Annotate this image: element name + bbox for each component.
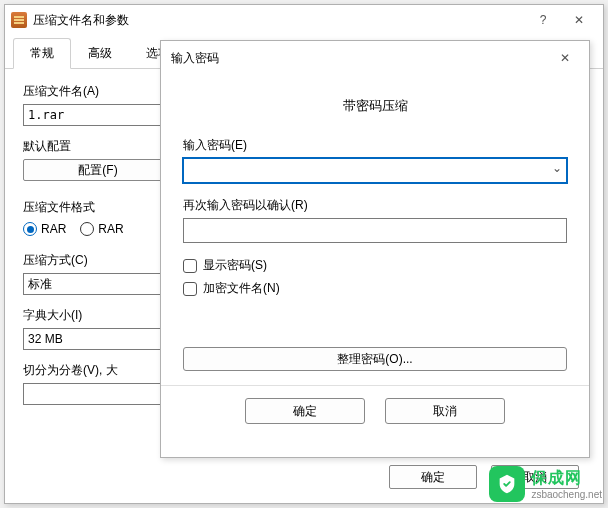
dict-label: 字典大小(I) bbox=[23, 307, 173, 324]
method-label: 压缩方式(C) bbox=[23, 252, 173, 269]
filename-label: 压缩文件名(A) bbox=[23, 83, 173, 100]
format-label: 压缩文件格式 bbox=[23, 199, 173, 216]
password-dialog: 输入密码 ✕ 带密码压缩 输入密码(E) ⌄ 再次输入密码以确认(R) 显示密码… bbox=[160, 40, 590, 458]
format-rar[interactable]: RAR bbox=[23, 222, 66, 236]
split-combo[interactable] bbox=[23, 383, 173, 405]
confirm-input[interactable] bbox=[183, 218, 567, 243]
split-label: 切分为分卷(V), 大 bbox=[23, 362, 173, 379]
help-button[interactable]: ? bbox=[525, 6, 561, 34]
format-rar5[interactable]: RAR bbox=[80, 222, 123, 236]
radio-checked-icon bbox=[23, 222, 37, 236]
watermark-text-en: zsbaocheng.net bbox=[531, 489, 602, 500]
dialog-heading: 带密码压缩 bbox=[183, 89, 567, 137]
winrar-icon bbox=[11, 12, 27, 28]
dialog-cancel-button[interactable]: 取消 bbox=[385, 398, 505, 424]
checkbox-icon bbox=[183, 259, 197, 273]
tab-general[interactable]: 常规 bbox=[13, 38, 71, 69]
dialog-titlebar: 输入密码 ✕ bbox=[161, 41, 589, 75]
default-config-label: 默认配置 bbox=[23, 138, 173, 155]
main-ok-button[interactable]: 确定 bbox=[389, 465, 477, 489]
password-input[interactable]: ⌄ bbox=[183, 158, 567, 183]
encrypt-names-checkbox[interactable]: 加密文件名(N) bbox=[183, 280, 567, 297]
dialog-title: 输入密码 bbox=[167, 50, 547, 67]
watermark-text-cn: 保成网 bbox=[531, 468, 602, 489]
confirm-label: 再次输入密码以确认(R) bbox=[183, 197, 567, 214]
dialog-bottom: 确定 取消 bbox=[161, 385, 589, 438]
dialog-ok-button[interactable]: 确定 bbox=[245, 398, 365, 424]
password-label: 输入密码(E) bbox=[183, 137, 567, 154]
watermark-logo-icon bbox=[489, 466, 525, 502]
chevron-down-icon[interactable]: ⌄ bbox=[552, 161, 562, 175]
config-button[interactable]: 配置(F) bbox=[23, 159, 173, 181]
dialog-close-button[interactable]: ✕ bbox=[547, 44, 583, 72]
tab-advanced[interactable]: 高级 bbox=[71, 38, 129, 69]
filename-input[interactable] bbox=[23, 104, 173, 126]
method-combo[interactable]: 标准 bbox=[23, 273, 173, 295]
dict-combo[interactable]: 32 MB bbox=[23, 328, 173, 350]
checkbox-icon bbox=[183, 282, 197, 296]
dialog-body: 带密码压缩 输入密码(E) ⌄ 再次输入密码以确认(R) 显示密码(S) 加密文… bbox=[161, 75, 589, 385]
organize-passwords-button[interactable]: 整理密码(O)... bbox=[183, 347, 567, 371]
watermark: 保成网 zsbaocheng.net bbox=[489, 466, 602, 502]
main-title: 压缩文件名和参数 bbox=[33, 12, 525, 29]
radio-icon bbox=[80, 222, 94, 236]
main-titlebar: 压缩文件名和参数 ? ✕ bbox=[5, 5, 603, 35]
close-button[interactable]: ✕ bbox=[561, 6, 597, 34]
show-password-checkbox[interactable]: 显示密码(S) bbox=[183, 257, 567, 274]
